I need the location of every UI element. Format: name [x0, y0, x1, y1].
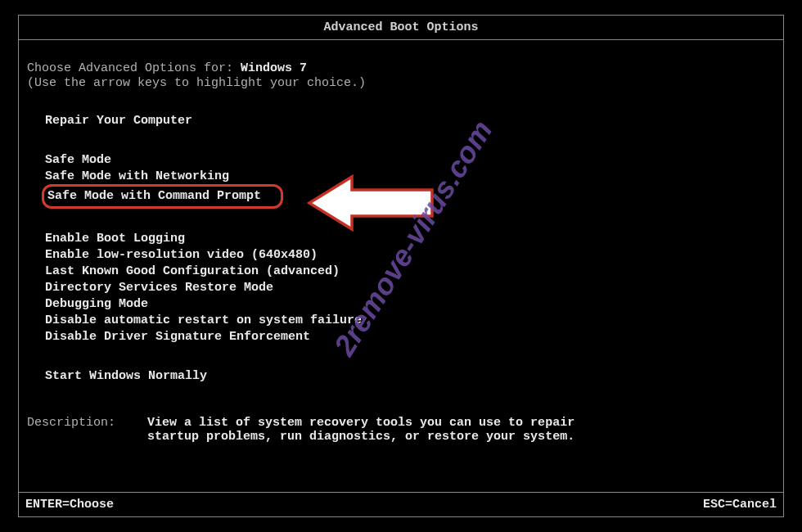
- footer-bar: ENTER=Choose ESC=Cancel: [19, 492, 783, 516]
- option-debugging-mode[interactable]: Debugging Mode: [45, 296, 775, 313]
- boot-options-window: Advanced Boot Options Choose Advanced Op…: [18, 15, 784, 517]
- option-boot-logging[interactable]: Enable Boot Logging: [45, 231, 775, 247]
- description-label: Description:: [27, 416, 115, 430]
- description-text: View a list of system recovery tools you…: [147, 416, 589, 444]
- option-disable-auto-restart[interactable]: Disable automatic restart on system fail…: [45, 313, 775, 329]
- window-title: Advanced Boot Options: [19, 16, 783, 40]
- option-safe-mode[interactable]: Safe Mode: [45, 152, 775, 169]
- description-block: Description: View a list of system recov…: [27, 416, 775, 444]
- content-area: Choose Advanced Options for: Windows 7 (…: [19, 40, 783, 444]
- highlighted-option-label: Safe Mode with Command Prompt: [42, 184, 283, 209]
- option-dsrm[interactable]: Directory Services Restore Mode: [45, 280, 775, 296]
- footer-esc-hint: ESC=Cancel: [703, 498, 777, 512]
- option-safe-mode-cmd[interactable]: Safe Mode with Command Prompt: [45, 185, 775, 208]
- option-repair-computer[interactable]: Repair Your Computer: [45, 113, 775, 129]
- option-disable-driver-sig[interactable]: Disable Driver Signature Enforcement: [45, 329, 775, 345]
- hint-text: (Use the arrow keys to highlight your ch…: [27, 76, 775, 90]
- prompt-prefix: Choose Advanced Options for:: [27, 61, 241, 75]
- os-name: Windows 7: [241, 61, 307, 75]
- prompt-line: Choose Advanced Options for: Windows 7: [27, 61, 775, 75]
- option-safe-mode-networking[interactable]: Safe Mode with Networking: [45, 169, 775, 185]
- option-low-res-video[interactable]: Enable low-resolution video (640x480): [45, 247, 775, 264]
- boot-options-list: Repair Your Computer Safe Mode Safe Mode…: [27, 113, 775, 385]
- option-start-windows-normally[interactable]: Start Windows Normally: [45, 368, 775, 385]
- option-last-known-good[interactable]: Last Known Good Configuration (advanced): [45, 264, 775, 280]
- footer-enter-hint: ENTER=Choose: [25, 498, 114, 512]
